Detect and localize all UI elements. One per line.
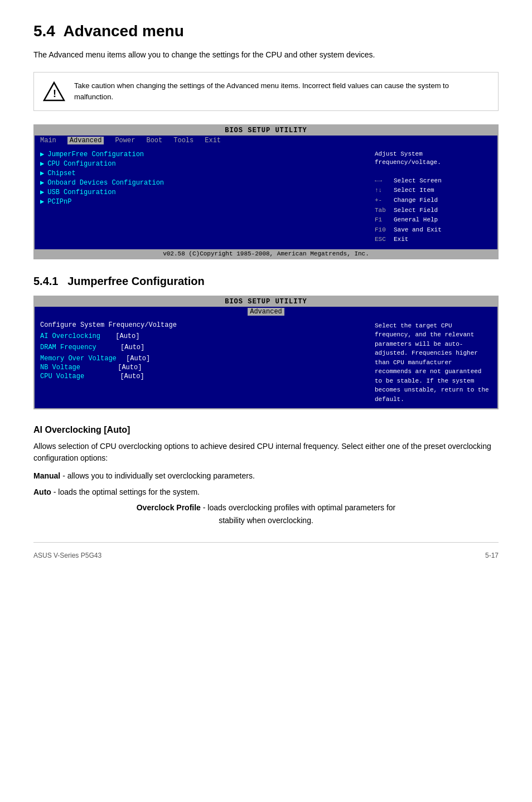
arrow-icon-2: ▶ xyxy=(40,160,44,168)
option-auto-name: Auto xyxy=(33,487,51,496)
option-auto-desc: - loads the optimal settings for the sys… xyxy=(54,487,200,496)
bios-item-jumperfree: ▶ JumperFree Configuration xyxy=(40,150,369,158)
bios-item-pcipnp: ▶ PCIPnP xyxy=(40,197,369,206)
key-action: General Help xyxy=(394,215,438,225)
bios-menu-advanced-2: Advanced xyxy=(248,308,284,316)
key-name: ESC xyxy=(375,235,391,245)
footer-divider xyxy=(33,542,499,543)
ai-overclocking-intro: Allows selection of CPU overclocking opt… xyxy=(33,441,499,464)
bios-right-panel: Adjust System frequency/voltage. ←→ Sele… xyxy=(369,150,492,245)
arrow-icon-3: ▶ xyxy=(40,169,44,177)
bios-item-label: USB Configuration xyxy=(47,189,115,196)
bios-right-help-2: Select the target CPU frequency, and the… xyxy=(375,322,489,403)
section-number: 5.4 xyxy=(33,22,55,40)
bios-item-chipset: ▶ Chipset xyxy=(40,169,369,177)
ai-overclocking-heading: AI Overclocking [Auto] xyxy=(33,425,499,435)
caution-icon: ! xyxy=(43,80,65,103)
bios-config-item-mov: Memory Over Voltage [Auto] xyxy=(40,355,369,363)
key-row-screen: ←→ Select Screen xyxy=(375,176,492,186)
option-overclock: Overclock Profile - loads overclocking p… xyxy=(33,501,499,526)
bios-menu-main: Main xyxy=(40,137,56,144)
option-overclock-desc1: - loads overclocking profiles with optim… xyxy=(203,503,395,512)
svg-text:!: ! xyxy=(53,88,56,99)
bios-left-panel-2: Configure System Frequency/Voltage AI Ov… xyxy=(40,321,369,404)
key-action: Select Field xyxy=(394,206,438,216)
bios-item-cpu: ▶ CPU Configuration xyxy=(40,160,369,168)
bios-key-list: ←→ Select Screen ↑↓ Select Item +- Chang… xyxy=(375,176,492,245)
bios-body-2: Configure System Frequency/Voltage AI Ov… xyxy=(35,317,497,409)
key-name: +- xyxy=(375,196,391,206)
bios-screen-1: BIOS SETUP UTILITY Main Advanced Power B… xyxy=(33,124,499,259)
arrow-icon-6: ▶ xyxy=(40,197,44,206)
bios-title-bar-2: BIOS SETUP UTILITY xyxy=(35,297,497,307)
bios-menu-exit: Exit xyxy=(205,137,221,144)
bios-help-text: Adjust System frequency/voltage. xyxy=(375,150,492,167)
key-name: F1 xyxy=(375,215,391,225)
bios-menu-tools: Tools xyxy=(173,137,194,144)
bios-config-item-ai: AI Overclocking [Auto] xyxy=(40,332,369,340)
subsection-title: Jumperfree Configuration xyxy=(67,275,205,287)
intro-paragraph: The Advanced menu items allow you to cha… xyxy=(33,49,499,61)
key-action: Save and Exit xyxy=(394,225,442,235)
bios-item-label: Onboard Devices Configuration xyxy=(47,179,164,187)
subsection-number: 5.4.1 xyxy=(33,275,58,287)
bios-menu-advanced: Advanced xyxy=(67,137,104,144)
key-name: Tab xyxy=(375,206,391,216)
bios-right-panel-2: Select the target CPU frequency, and the… xyxy=(369,321,492,404)
bios-menu-boot: Boot xyxy=(146,137,162,144)
bios-item-onboard: ▶ Onboard Devices Configuration xyxy=(40,178,369,187)
footer-right: 5-17 xyxy=(485,552,499,559)
key-action: Select Screen xyxy=(394,176,442,186)
key-row-item: ↑↓ Select Item xyxy=(375,186,492,196)
bios-screen-2: BIOS SETUP UTILITY Advanced Configure Sy… xyxy=(33,296,499,410)
bios-menu-bar-2: Advanced xyxy=(35,307,497,317)
arrow-icon-1: ▶ xyxy=(40,150,44,158)
bios-item-usb: ▶ USB Configuration xyxy=(40,188,369,196)
key-row-f10: F10 Save and Exit xyxy=(375,225,492,235)
key-name: ←→ xyxy=(375,176,391,186)
bios-left-panel: ▶ JumperFree Configuration ▶ CPU Configu… xyxy=(40,150,369,245)
bios-config-item-nb: NB Voltage [Auto] xyxy=(40,364,369,371)
bios-title-bar-1: BIOS SETUP UTILITY xyxy=(35,125,497,136)
bios-item-label: CPU Configuration xyxy=(47,160,115,168)
caution-box: ! Take caution when changing the setting… xyxy=(33,72,499,111)
option-manual-desc: - allows you to individually set overclo… xyxy=(62,471,255,480)
bios-menu-bar-1: Main Advanced Power Boot Tools Exit xyxy=(35,136,497,146)
bios-menu-power: Power xyxy=(115,137,135,144)
option-auto: Auto - loads the optimal settings for th… xyxy=(33,486,499,498)
arrow-icon-4: ▶ xyxy=(40,178,44,187)
bios-config-item-cpu: CPU Voltage [Auto] xyxy=(40,373,369,380)
option-overclock-desc2: stability when overclocking. xyxy=(219,514,313,526)
footer-row: ASUS V-Series P5G43 5-17 xyxy=(33,552,499,559)
section-title: Advanced menu xyxy=(63,22,183,40)
bios-item-label: PCIPnP xyxy=(47,198,71,206)
key-row-tab: Tab Select Field xyxy=(375,206,492,216)
key-action: Select Item xyxy=(394,186,434,196)
key-row-change: +- Change Field xyxy=(375,196,492,206)
bios-item-label: JumperFree Configuration xyxy=(47,151,144,158)
footer-left: ASUS V-Series P5G43 xyxy=(33,552,101,559)
key-action: Exit xyxy=(394,235,408,245)
key-row-esc: ESC Exit xyxy=(375,235,492,245)
bios-config-item-dram: DRAM Frequency [Auto] xyxy=(40,344,369,351)
bios-section-label: Configure System Frequency/Voltage xyxy=(40,321,369,329)
subsection-heading: 5.4.1 Jumperfree Configuration xyxy=(33,275,499,288)
option-manual: Manual - allows you to individually set … xyxy=(33,470,499,482)
option-overclock-name: Overclock Profile xyxy=(137,503,201,512)
bios-item-label: Chipset xyxy=(47,170,75,177)
key-row-f1: F1 General Help xyxy=(375,215,492,225)
key-action: Change Field xyxy=(394,196,438,206)
bios-body-1: ▶ JumperFree Configuration ▶ CPU Configu… xyxy=(35,146,497,249)
key-name: F10 xyxy=(375,225,391,235)
section-heading: 5.4 Advanced menu xyxy=(33,22,499,40)
caution-text: Take caution when changing the settings … xyxy=(74,80,489,102)
key-name: ↑↓ xyxy=(375,186,391,196)
option-manual-name: Manual xyxy=(33,471,60,480)
arrow-icon-5: ▶ xyxy=(40,188,44,196)
bios-bottom-bar-1: v02.58 (C)Copyright 1985-2008, American … xyxy=(35,249,497,258)
